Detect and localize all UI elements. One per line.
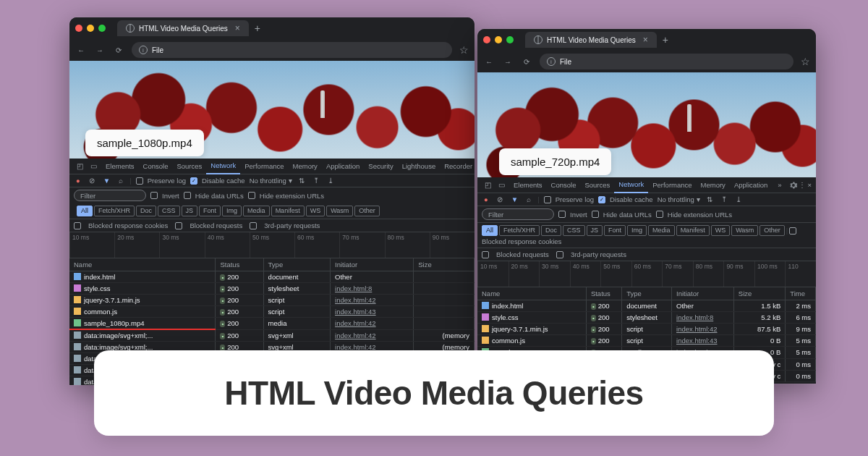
network-timeline[interactable]: 10 ms20 ms30 ms40 ms50 ms60 ms70 ms80 ms…	[69, 232, 475, 258]
search-icon[interactable]: ⌕	[524, 195, 533, 203]
site-info-icon[interactable]: i	[547, 57, 556, 66]
table-row[interactable]: jquery-3.7.1.min.js•200scriptindex.html:…	[477, 324, 816, 335]
devtools-tab-recorder[interactable]: Recorder	[440, 159, 475, 174]
devtools-tab-console[interactable]: Console	[547, 177, 581, 193]
close-window-button[interactable]	[75, 25, 82, 32]
type-filter-media[interactable]: Media	[648, 225, 675, 236]
browser-tab[interactable]: HTML Video Media Queries ×	[525, 32, 657, 48]
initiator-link[interactable]: index.html:42	[335, 319, 376, 327]
devtools-tab-memory[interactable]: Memory	[289, 159, 322, 174]
type-filter-doc[interactable]: Doc	[541, 225, 561, 236]
invert-checkbox[interactable]	[150, 192, 158, 199]
column-header-size[interactable]: Size	[733, 287, 785, 300]
device-toolbar-icon[interactable]: ▭	[495, 181, 508, 189]
throttling-select[interactable]: No throttling▾	[250, 177, 292, 185]
close-window-button[interactable]	[483, 36, 490, 43]
new-tab-button[interactable]: +	[663, 34, 668, 46]
wifi-icon[interactable]: ⇅	[297, 177, 307, 185]
devtools-tab-performance[interactable]: Performance	[240, 159, 288, 174]
table-row[interactable]: jquery-3.7.1.min.js•200scriptindex.html:…	[69, 295, 475, 306]
devtools-tab-console[interactable]: Console	[139, 159, 173, 174]
devtools-tab-network[interactable]: Network	[614, 177, 648, 193]
reload-button[interactable]: ⟳	[521, 58, 532, 66]
initiator-link[interactable]: index.html:42	[335, 296, 376, 304]
column-header-status[interactable]: Status	[586, 287, 621, 300]
devtools-tab-elements[interactable]: Elements	[509, 177, 547, 193]
devtools-tab-sources[interactable]: Sources	[580, 177, 614, 193]
type-filter-other[interactable]: Other	[354, 206, 380, 216]
type-filter-wasm[interactable]: Wasm	[326, 206, 353, 216]
forward-button[interactable]: →	[94, 46, 106, 54]
back-button[interactable]: ←	[75, 46, 87, 54]
type-filter-font[interactable]: Font	[604, 225, 626, 236]
upload-icon[interactable]: ⤒	[311, 177, 321, 185]
address-field[interactable]: i File	[132, 42, 452, 58]
table-row[interactable]: style.css•200stylesheetindex.html:85.2 k…	[477, 312, 816, 324]
inspect-icon[interactable]: ◰	[74, 162, 86, 170]
initiator-link[interactable]: index.html:42	[676, 325, 718, 333]
record-button[interactable]: ●	[482, 195, 490, 203]
devtools-tab-application[interactable]: Application	[322, 159, 364, 174]
upload-icon[interactable]: ⤒	[719, 195, 729, 203]
filter-input[interactable]: Filter	[74, 190, 146, 201]
inspect-icon[interactable]: ◰	[482, 181, 494, 189]
initiator-link[interactable]: index.html:8	[335, 284, 372, 292]
clear-button[interactable]: ⊘	[87, 177, 97, 185]
reload-button[interactable]: ⟳	[113, 46, 124, 54]
clear-button[interactable]: ⊘	[495, 195, 505, 203]
initiator-link[interactable]: index.html:8	[676, 313, 713, 321]
column-header-type[interactable]: Type	[263, 258, 330, 271]
filter-input[interactable]: Filter	[482, 208, 554, 220]
wifi-icon[interactable]: ⇅	[705, 195, 715, 203]
blocked-requests-checkbox[interactable]	[482, 251, 489, 258]
type-filter-js[interactable]: JS	[587, 225, 603, 236]
close-tab-icon[interactable]: ×	[643, 35, 648, 45]
table-row[interactable]: index.html•200documentOther	[69, 271, 475, 283]
network-timeline[interactable]: 10 ms20 ms30 ms40 ms50 ms60 ms70 ms80 ms…	[477, 261, 816, 287]
devtools-tab-application[interactable]: Application	[730, 177, 772, 193]
type-filter-css[interactable]: CSS	[563, 225, 585, 236]
hide-data-urls-checkbox[interactable]	[592, 211, 599, 218]
initiator-link[interactable]: index.html:43	[676, 337, 718, 345]
preserve-log-checkbox[interactable]	[544, 196, 551, 203]
type-filter-css[interactable]: CSS	[158, 206, 180, 216]
type-filter-img[interactable]: Img	[627, 225, 647, 236]
device-toolbar-icon[interactable]: ▭	[88, 162, 100, 170]
gear-icon[interactable]	[789, 181, 798, 190]
new-tab-button[interactable]: +	[255, 22, 260, 34]
maximize-window-button[interactable]	[506, 36, 514, 43]
blocked-requests-checkbox[interactable]	[175, 222, 182, 229]
blocked-cookies-checkbox[interactable]	[789, 227, 796, 235]
type-filter-doc[interactable]: Doc	[136, 206, 156, 216]
column-header-initiator[interactable]: Initiator	[331, 258, 414, 271]
hide-data-urls-checkbox[interactable]	[184, 192, 191, 199]
search-icon[interactable]: ⌕	[116, 177, 125, 185]
invert-checkbox[interactable]	[558, 211, 566, 218]
type-filter-manifest[interactable]: Manifest	[271, 206, 305, 216]
column-header-size[interactable]: Size	[414, 258, 475, 271]
devtools-close-icon[interactable]: ×	[807, 181, 812, 189]
column-header-initiator[interactable]: Initiator	[672, 287, 734, 300]
site-info-icon[interactable]: i	[139, 46, 148, 54]
throttling-select[interactable]: No throttling▾	[658, 195, 700, 203]
blocked-cookies-checkbox[interactable]	[74, 222, 81, 229]
type-filter-fetch-xhr[interactable]: Fetch/XHR	[499, 225, 540, 236]
minimize-window-button[interactable]	[495, 36, 502, 43]
column-header-name[interactable]: Name	[477, 287, 586, 300]
address-field[interactable]: i File	[540, 54, 793, 69]
type-filter-media[interactable]: Media	[243, 206, 270, 216]
table-row[interactable]: common.js•200scriptindex.html:430 B5 ms	[477, 335, 816, 347]
column-header-name[interactable]: Name	[69, 258, 216, 271]
type-filter-img[interactable]: Img	[222, 206, 242, 216]
column-header-type[interactable]: Type	[622, 287, 672, 300]
bookmark-icon[interactable]: ☆	[801, 56, 810, 67]
forward-button[interactable]: →	[502, 58, 514, 66]
devtools-tab-network[interactable]: Network	[206, 159, 240, 174]
type-filter-font[interactable]: Font	[199, 206, 221, 216]
type-filter-ws[interactable]: WS	[306, 206, 326, 216]
disable-cache-checkbox[interactable]: ✓	[190, 177, 197, 185]
hide-ext-urls-checkbox[interactable]	[248, 192, 255, 199]
devtools-tab-performance[interactable]: Performance	[648, 177, 696, 193]
hide-ext-urls-checkbox[interactable]	[656, 211, 663, 218]
bookmark-icon[interactable]: ☆	[459, 44, 469, 56]
